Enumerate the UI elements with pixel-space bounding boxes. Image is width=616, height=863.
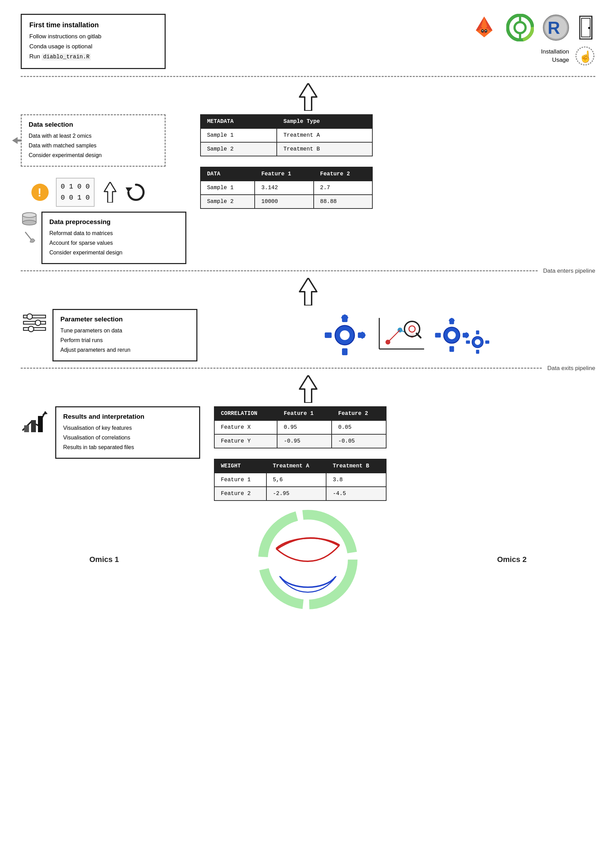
corr-row-0: Feature X 0.95 0.05 bbox=[214, 420, 386, 434]
results-line2: Visualisation of correlations bbox=[63, 435, 130, 440]
sliders-icon bbox=[21, 309, 48, 336]
top-logos-right: R InstallationUsage ☝ bbox=[470, 14, 595, 66]
warning-icon: ! bbox=[31, 183, 49, 201]
svg-rect-77 bbox=[466, 340, 470, 343]
data-sel-line3: Consider experimental design bbox=[29, 152, 102, 158]
svg-rect-75 bbox=[476, 330, 479, 335]
gear-left bbox=[324, 314, 365, 356]
svg-point-74 bbox=[475, 340, 480, 345]
weight-header-2: Treatment B bbox=[326, 459, 386, 473]
preprocess-line1: Reformat data to matrices bbox=[49, 230, 113, 236]
svg-rect-42 bbox=[24, 321, 46, 324]
data-cell-1-1: 10000 bbox=[255, 195, 313, 209]
data-right-col: METADATA Sample Type Sample 1 Treatment … bbox=[200, 114, 595, 209]
svg-point-66 bbox=[448, 331, 456, 339]
corr-header-2: Feature 2 bbox=[332, 407, 386, 420]
metadata-cell-0-0: Sample 1 bbox=[201, 129, 277, 142]
broom-icon bbox=[22, 230, 36, 244]
svg-rect-83 bbox=[38, 416, 43, 432]
arrow-down-3 bbox=[21, 375, 595, 403]
svg-point-46 bbox=[28, 326, 34, 332]
svg-text:!: ! bbox=[38, 186, 41, 199]
data-selection-title: Data selection bbox=[29, 121, 158, 129]
svg-point-17 bbox=[515, 22, 526, 33]
svg-point-12 bbox=[482, 30, 483, 31]
dashed-arrow-box: Data selection Data with at least 2 omic… bbox=[21, 114, 166, 171]
install-line3-prefix: Run bbox=[29, 53, 42, 60]
corr-header-0: CORRELATION bbox=[214, 407, 277, 420]
divider-3-area: Data exits pipeline bbox=[21, 365, 595, 372]
svg-point-44 bbox=[27, 314, 33, 319]
omics2-label: Omics 2 bbox=[497, 555, 526, 564]
svg-rect-82 bbox=[31, 420, 36, 432]
results-line3: Results in tab separated files bbox=[63, 444, 134, 450]
weight-row-0: Feature 1 5,6 3.8 bbox=[214, 473, 386, 487]
divider-2 bbox=[21, 270, 537, 271]
install-title: First time installation bbox=[29, 21, 157, 29]
divider-1 bbox=[21, 76, 595, 77]
chart-magnifier-area bbox=[372, 314, 427, 356]
main-container: First time installation Follow instructi… bbox=[0, 0, 616, 625]
corr-header-1: Feature 1 bbox=[277, 407, 332, 420]
data-header-2: Feature 2 bbox=[314, 167, 372, 181]
data-cell-0-1: 3.142 bbox=[255, 181, 313, 195]
weight-cell-0-1: 5,6 bbox=[266, 473, 327, 487]
arrow-down-2 bbox=[21, 278, 595, 305]
dashed-selection-box: Data selection Data with at least 2 omic… bbox=[21, 114, 166, 167]
conda-logo bbox=[506, 14, 534, 41]
svg-text:R: R bbox=[548, 18, 560, 38]
corr-cell-0-1: 0.95 bbox=[277, 420, 332, 434]
svg-marker-30 bbox=[12, 137, 22, 144]
preprocess-icons bbox=[21, 212, 38, 244]
install-line2: Conda usage is optional bbox=[29, 43, 92, 50]
svg-point-38 bbox=[22, 213, 36, 217]
svg-text:☝: ☝ bbox=[579, 50, 592, 63]
correlation-table: CORRELATION Feature 1 Feature 2 Feature … bbox=[214, 406, 387, 448]
data-omics-table: DATA Feature 1 Feature 2 Sample 1 3.142 … bbox=[200, 167, 373, 209]
weight-cell-1-2: -4.5 bbox=[326, 487, 386, 501]
metadata-cell-0-1: Treatment A bbox=[277, 129, 372, 142]
svg-rect-69 bbox=[435, 333, 441, 337]
corr-cell-0-2: 0.05 bbox=[332, 420, 386, 434]
svg-point-14 bbox=[483, 32, 485, 33]
svg-point-13 bbox=[485, 30, 486, 31]
data-cell-1-0: Sample 2 bbox=[201, 195, 255, 209]
matrix-row2: 0 0 1 0 bbox=[61, 192, 90, 203]
bottom-tables: CORRELATION Feature 1 Feature 2 Feature … bbox=[214, 406, 387, 501]
r-logo: R bbox=[542, 14, 570, 41]
param-line1: Tune parameters on data bbox=[60, 328, 122, 333]
metadata-row-0: Sample 1 Treatment A bbox=[201, 129, 372, 142]
data-left-col: Data selection Data with at least 2 omic… bbox=[21, 114, 186, 264]
weight-cell-0-0: Feature 1 bbox=[214, 473, 266, 487]
install-line1: Follow instructions on gitlab bbox=[29, 33, 101, 40]
omics1-label: Omics 1 bbox=[90, 555, 119, 564]
param-box: Parameter selection Tune parameters on d… bbox=[52, 309, 197, 362]
svg-point-25 bbox=[588, 27, 590, 29]
metadata-table: METADATA Sample Type Sample 1 Treatment … bbox=[200, 114, 373, 156]
weight-header-0: WEIGHT bbox=[214, 459, 266, 473]
metadata-header-1: Sample Type bbox=[277, 115, 372, 129]
chord-diagram bbox=[256, 508, 360, 611]
arrow-down-1 bbox=[21, 83, 595, 111]
svg-marker-79 bbox=[300, 375, 317, 403]
metadata-cell-1-0: Sample 2 bbox=[201, 142, 277, 156]
svg-rect-51 bbox=[325, 332, 332, 338]
weight-row-1: Feature 2 -2.95 -4.5 bbox=[214, 487, 386, 501]
matrix-row: ! 0 1 0 0 0 0 1 0 bbox=[31, 178, 146, 207]
svg-rect-43 bbox=[24, 328, 46, 330]
install-body: Follow instructions on gitlab Conda usag… bbox=[29, 32, 157, 62]
svg-rect-78 bbox=[485, 340, 489, 343]
svg-point-48 bbox=[340, 330, 350, 340]
chord-section: Omics 1 Omics 2 bbox=[21, 508, 595, 611]
data-row-1: Sample 2 10000 88.88 bbox=[201, 195, 372, 209]
param-chart bbox=[372, 314, 427, 356]
preprocess-area: Data preprocessing Reformat data to matr… bbox=[21, 212, 186, 264]
database-icon bbox=[21, 212, 38, 229]
results-box: Results and interpretation Visualisation… bbox=[55, 406, 200, 459]
dashed-arrow bbox=[12, 137, 22, 144]
data-row-0: Sample 1 3.142 2.7 bbox=[201, 181, 372, 195]
results-section: Results and interpretation Visualisation… bbox=[21, 406, 595, 501]
install-usage-label: InstallationUsage bbox=[541, 48, 569, 64]
data-cell-1-2: 88.88 bbox=[314, 195, 372, 209]
svg-rect-50 bbox=[342, 348, 347, 355]
